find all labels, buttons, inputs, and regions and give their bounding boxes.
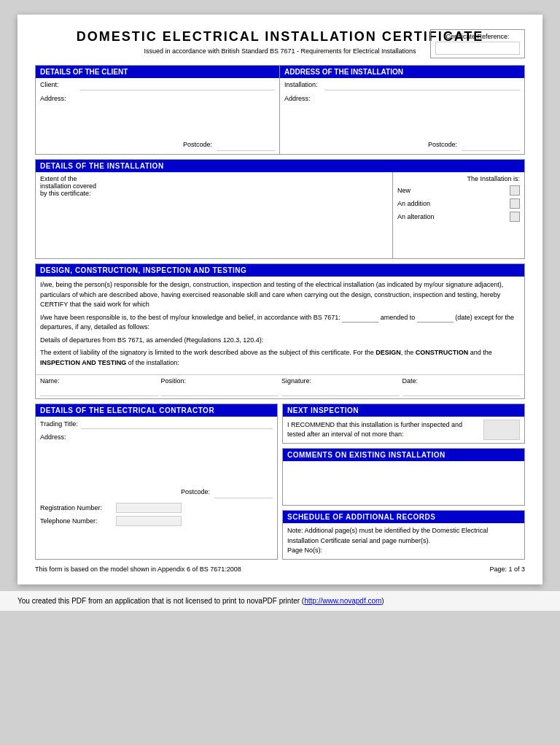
novapdf-text: You created this PDF from an application…	[18, 597, 304, 605]
installation-body: Extent of the installation covered by th…	[36, 172, 524, 258]
alteration-label: An alteration	[397, 213, 435, 220]
cert-ref-label: Certificate Reference:	[446, 33, 509, 40]
contractor-section: DETAILS OF THE ELECTRICAL CONTRACTOR Tra…	[35, 404, 278, 560]
design-para4: The extent of liability of the signatory…	[40, 348, 520, 368]
trading-label: Trading Title:	[40, 420, 78, 428]
alteration-checkbox[interactable]	[510, 212, 520, 222]
footer-bar: This form is based on the model shown in…	[35, 565, 525, 573]
reg-number-row: Registration Number:	[36, 501, 277, 514]
para4-suffix: of the installation:	[126, 359, 179, 366]
client-address-lines[interactable]	[40, 102, 275, 137]
installation-left-panel: Extent of the installation covered by th…	[36, 172, 393, 258]
new-checkbox[interactable]	[510, 185, 520, 196]
telephone-row: Telephone Number:	[36, 514, 277, 528]
footer-left: This form is based on the model shown in…	[35, 565, 241, 573]
schedule-body: Note: Additional page(s) must be identif…	[283, 523, 524, 559]
para4-construction: CONSTRUCTION	[416, 349, 469, 356]
reg-number-label: Registration Number:	[40, 504, 113, 512]
design-para2: I/we have been responsible is, to the be…	[40, 313, 520, 333]
trading-row: Trading Title:	[36, 417, 277, 431]
signature-value[interactable]	[281, 386, 400, 396]
install-postcode-row: Postcode:	[280, 139, 524, 154]
right-sections: NEXT INSPECTION I RECOMMEND that this in…	[282, 404, 525, 560]
installation-label: Installation:	[284, 80, 324, 88]
client-postcode-label: Postcode:	[183, 141, 212, 151]
page-nos-label: Page No(s):	[287, 547, 322, 554]
bottom-two-col: DETAILS OF THE ELECTRICAL CONTRACTOR Tra…	[35, 404, 525, 560]
design-section: DESIGN, CONSTRUCTION, INSPECTION AND TES…	[35, 263, 525, 399]
date-label: Date:	[402, 377, 521, 385]
name-row: Name: Position: Signature: Date:	[36, 374, 524, 398]
name-value[interactable]	[40, 386, 158, 396]
install-address-label: Address:	[284, 95, 311, 102]
para4-and: and the	[468, 349, 492, 356]
addition-label: An addition	[397, 200, 430, 207]
installation-value[interactable]	[324, 80, 520, 90]
date-value[interactable]	[402, 386, 521, 396]
install-address-lines[interactable]	[284, 102, 520, 137]
extent-label: Extent of the installation covered by th…	[40, 175, 96, 197]
trading-value[interactable]	[81, 419, 273, 429]
alteration-checkbox-row: An alteration	[397, 212, 520, 222]
design-body: I/we, being the person(s) responsible fo…	[36, 277, 524, 374]
comments-value[interactable]	[283, 461, 524, 505]
client-postcode-row: Postcode:	[36, 139, 279, 154]
footer-right: Page: 1 of 3	[489, 565, 525, 573]
schedule-section: SCHEDULE OF ADDITIONAL RECORDS Note: Add…	[282, 510, 525, 560]
client-col: DETAILS OF THE CLIENT Client: Address: P…	[36, 66, 280, 154]
telephone-label: Telephone Number:	[40, 517, 113, 525]
new-label: New	[397, 187, 411, 194]
novapdf-text-end: )	[381, 597, 384, 605]
client-label: Client:	[40, 80, 80, 88]
bs7671-field[interactable]	[342, 314, 378, 323]
schedule-note: Note: Additional page(s) must be identif…	[287, 526, 520, 546]
installation-details-section: DETAILS OF THE INSTALLATION Extent of th…	[35, 159, 525, 259]
installation-section-header: DETAILS OF THE INSTALLATION	[36, 160, 524, 172]
client-postcode-field[interactable]	[217, 141, 275, 151]
client-field-row: Client:	[36, 78, 279, 93]
position-field: Position:	[161, 377, 279, 396]
novapdf-link[interactable]: http://www.novapdf.com	[304, 597, 381, 605]
contractor-address-value[interactable]	[40, 441, 273, 485]
para2-prefix: I/we have been responsible is, to the be…	[40, 314, 341, 321]
telephone-value[interactable]	[116, 516, 182, 526]
addition-checkbox[interactable]	[510, 198, 520, 209]
installation-field-row: Installation:	[280, 78, 524, 93]
para4-inspection: INSPECTION AND TESTING	[40, 359, 126, 366]
next-field[interactable]	[483, 420, 520, 440]
name-field: Name:	[40, 377, 158, 396]
contractor-address-area: Address:	[36, 431, 277, 487]
contractor-address-label: Address:	[40, 433, 66, 441]
install-postcode-label: Postcode:	[428, 141, 457, 151]
client-value[interactable]	[80, 80, 275, 90]
cert-ref-input[interactable]	[435, 42, 520, 55]
para4-middle: , the	[401, 349, 416, 356]
next-inspection-section: NEXT INSPECTION I RECOMMEND that this in…	[282, 404, 525, 444]
next-body: I RECOMMEND that this installation is fu…	[283, 417, 524, 443]
position-value[interactable]	[161, 386, 279, 396]
para4-design: DESIGN	[376, 349, 401, 356]
install-is-label: The Installation is:	[397, 175, 520, 182]
contractor-postcode-label: Postcode:	[181, 488, 210, 498]
date-field: Date:	[402, 377, 521, 396]
installation-address-col: ADDRESS OF THE INSTALLATION Installation…	[280, 66, 524, 154]
cert-ref-box: Certificate Reference:	[430, 29, 525, 58]
name-label: Name:	[40, 377, 158, 385]
install-postcode-field[interactable]	[462, 141, 520, 151]
client-section-header: DETAILS OF THE CLIENT	[36, 66, 279, 78]
client-address-label: Address:	[40, 95, 66, 102]
title-block: DOMESTIC ELECTRICAL INSTALLATION CERTIFI…	[35, 29, 525, 55]
comments-section: COMMENTS ON EXISTING INSTALLATION	[282, 448, 525, 506]
contractor-postcode-field[interactable]	[214, 488, 273, 498]
installation-right-panel: The Installation is: New An addition An …	[393, 172, 524, 258]
reg-number-value[interactable]	[116, 503, 182, 513]
para2-suffix: if any, detailed as follows:	[75, 323, 149, 331]
amended-to-field[interactable]	[417, 314, 454, 323]
contractor-postcode-row: Postcode:	[36, 487, 277, 501]
client-address-grid: DETAILS OF THE CLIENT Client: Address: P…	[35, 65, 525, 155]
extent-value[interactable]	[40, 197, 388, 255]
contractor-header: DETAILS OF THE ELECTRICAL CONTRACTOR	[36, 404, 277, 417]
signature-field: Signature:	[281, 377, 400, 396]
design-section-header: DESIGN, CONSTRUCTION, INSPECTION AND TES…	[36, 264, 524, 277]
addition-checkbox-row: An addition	[397, 198, 520, 209]
